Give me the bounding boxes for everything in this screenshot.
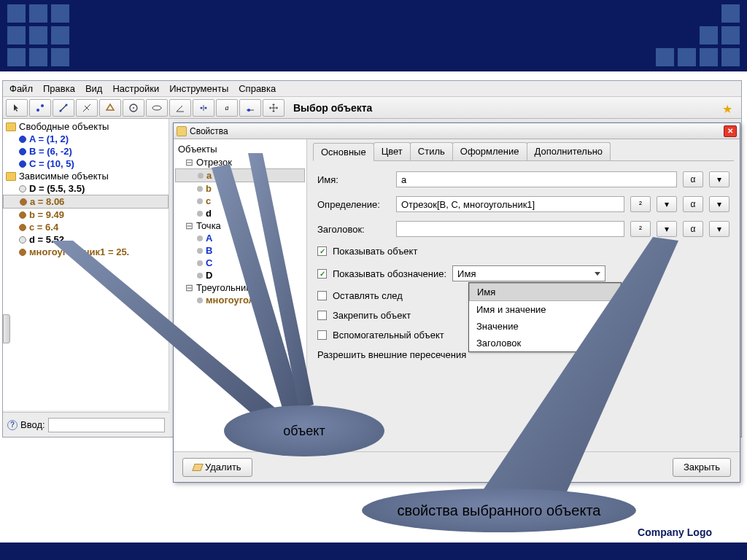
tree-item[interactable]: B <box>175 244 305 257</box>
tool-move-view[interactable] <box>263 99 285 117</box>
tab-2[interactable]: Стиль <box>410 142 453 160</box>
toolbar: a Выбор объекта ★ <box>3 97 741 119</box>
svg-point-10 <box>152 106 161 110</box>
input-label: Ввод: <box>20 419 45 430</box>
tool-line[interactable] <box>53 99 74 117</box>
bullet-icon <box>19 236 26 244</box>
tree-item[interactable]: D <box>175 269 305 281</box>
algebra-item[interactable]: c = 6.4 <box>29 222 58 233</box>
superscript-button[interactable]: ² <box>630 221 651 237</box>
alpha-button[interactable]: α <box>683 196 703 212</box>
bullet-icon <box>19 211 26 219</box>
menu-help[interactable]: Справка <box>235 82 279 96</box>
algebra-item[interactable]: b = 9.49 <box>29 209 64 220</box>
chevron-down-icon[interactable]: ▾ <box>709 171 729 187</box>
tool-pointer[interactable] <box>6 99 28 117</box>
command-input[interactable] <box>48 418 165 432</box>
tab-0[interactable]: Основные <box>313 143 374 161</box>
tool-angle[interactable] <box>169 99 191 117</box>
slide-footer-deco <box>0 542 747 560</box>
tree-item[interactable]: A <box>175 232 305 244</box>
tree-header: Объекты <box>175 142 305 156</box>
superscript-button[interactable]: ² <box>630 196 651 212</box>
tabs: ОсновныеЦветСтильОформлениеДополнительно <box>313 142 734 161</box>
bullet-icon <box>19 148 26 155</box>
def-input[interactable] <box>396 196 624 212</box>
dropdown-option[interactable]: Заголовок <box>469 335 621 351</box>
aux-checkbox[interactable] <box>317 330 327 340</box>
menu-settings[interactable]: Настройки <box>109 82 163 96</box>
bullet-icon <box>20 198 27 206</box>
company-logo: Company Logo <box>638 526 712 538</box>
dep-objects-header[interactable]: Зависимые объекты <box>19 171 109 182</box>
tree-item[interactable]: многоугольн <box>175 294 305 306</box>
algebra-item[interactable]: многоугольник1 = 25. <box>29 246 129 257</box>
dropdown-option[interactable]: Значение <box>469 318 621 335</box>
dialog-footer: Удалить Закрыть <box>174 451 740 482</box>
menu-view[interactable]: Вид <box>82 82 107 96</box>
tool-point[interactable] <box>29 99 51 117</box>
alpha-button[interactable]: α <box>683 171 703 187</box>
tool-perp[interactable] <box>76 99 98 117</box>
dropdown-option[interactable]: Имя <box>469 283 621 301</box>
tree-item[interactable]: c <box>175 195 305 207</box>
algebra-item[interactable]: A = (1, 2) <box>29 133 69 144</box>
tool-text[interactable]: a <box>216 99 238 117</box>
alpha-button[interactable]: α <box>683 221 703 237</box>
label-mode-select[interactable]: Имя <box>452 265 605 281</box>
star-icon: ★ <box>722 102 734 114</box>
tree-item[interactable]: C <box>175 257 305 269</box>
tool-slider[interactable] <box>239 99 261 117</box>
algebra-item[interactable]: B = (6, -2) <box>29 146 72 157</box>
tree-item[interactable]: b <box>175 182 305 195</box>
chevron-down-icon[interactable]: ▾ <box>657 221 677 237</box>
chevron-down-icon[interactable]: ▾ <box>709 221 729 237</box>
trace-label: Оставлять след <box>333 290 403 301</box>
callout-props: свойства выбранного объекта <box>362 489 636 532</box>
bullet-icon <box>19 160 26 168</box>
tree-group[interactable]: ⊟Треугольник <box>175 281 305 294</box>
tool-circle[interactable] <box>123 99 144 117</box>
algebra-item[interactable]: a = 8.06 <box>30 196 64 207</box>
tool-polygon[interactable] <box>99 99 121 117</box>
close-icon[interactable]: ✕ <box>724 125 737 137</box>
show-label-checkbox[interactable] <box>317 269 327 279</box>
close-button[interactable]: Закрыть <box>673 458 731 477</box>
caption-input[interactable] <box>396 221 624 237</box>
fix-label: Закрепить объект <box>333 310 411 321</box>
menu-file[interactable]: Файл <box>6 82 36 96</box>
name-label: Имя: <box>317 174 390 185</box>
callout-object: объект <box>224 405 384 456</box>
folder-icon <box>6 172 16 181</box>
delete-button[interactable]: Удалить <box>182 458 252 477</box>
menu-tools[interactable]: Инструменты <box>166 82 232 96</box>
tree-group[interactable]: ⊟Отрезок <box>175 156 305 168</box>
dialog-title: Свойства <box>190 126 228 136</box>
chevron-down-icon[interactable]: ▾ <box>709 196 729 212</box>
help-icon[interactable]: ? <box>7 420 18 430</box>
show-object-checkbox[interactable] <box>317 246 327 256</box>
tree-item[interactable]: d <box>175 207 305 219</box>
fix-checkbox[interactable] <box>317 311 327 320</box>
tool-conic[interactable] <box>146 99 168 117</box>
tree-group[interactable]: ⊟Точка <box>175 219 305 232</box>
chevron-down-icon[interactable]: ▾ <box>657 196 677 212</box>
tree-item[interactable]: a <box>175 168 305 182</box>
tool-transform[interactable] <box>193 99 214 117</box>
menu-edit[interactable]: Правка <box>39 82 79 96</box>
trace-checkbox[interactable] <box>317 291 327 300</box>
name-input[interactable] <box>396 171 677 187</box>
algebra-item[interactable]: D = (5.5, 3.5) <box>29 183 85 194</box>
aux-label: Вспомогательный объект <box>333 330 444 341</box>
algebra-item[interactable]: C = (10, 5) <box>29 158 74 169</box>
dropdown-option[interactable]: Имя и значение <box>469 301 621 318</box>
tab-3[interactable]: Оформление <box>452 142 527 160</box>
bullet-icon <box>19 249 26 256</box>
svg-point-4 <box>66 104 68 106</box>
side-handle[interactable] <box>3 314 10 343</box>
tab-4[interactable]: Дополнительно <box>527 142 611 160</box>
free-objects-header[interactable]: Свободные объекты <box>19 121 109 132</box>
dialog-titlebar[interactable]: Свойства ✕ <box>174 123 740 139</box>
tab-1[interactable]: Цвет <box>374 142 411 160</box>
algebra-item[interactable]: d = 5.52 <box>29 234 64 245</box>
